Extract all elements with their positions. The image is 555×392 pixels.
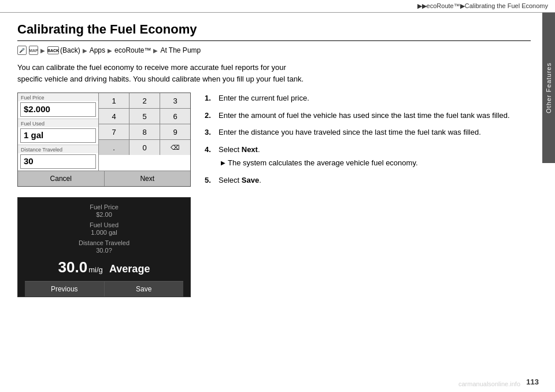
fuel-price-value[interactable]: $2.000 bbox=[20, 102, 96, 117]
result-main-value: 30.0 bbox=[58, 258, 88, 276]
breadcrumb-pump: At The Pump bbox=[160, 46, 201, 54]
distance-group: Distance Traveled 30 bbox=[18, 145, 98, 169]
two-column-layout: Fuel Price $2.000 Fuel Used 1 gal Distan… bbox=[17, 93, 531, 297]
header-title: ▶▶ecoRoute™▶Calibrating the Fuel Economy bbox=[417, 2, 548, 10]
main-content: Calibrating the Fuel Economy 🎤 MAP ▶ BAC… bbox=[0, 13, 542, 392]
arrow-4: ▶ bbox=[153, 47, 158, 54]
back-label: (Back) bbox=[60, 46, 80, 54]
page-title: Calibrating the Fuel Economy bbox=[17, 22, 531, 41]
sidebar-label: Other Features bbox=[545, 62, 552, 113]
numpad-key-4[interactable]: 4 bbox=[99, 109, 130, 124]
step-5-num: 5. bbox=[205, 175, 215, 186]
breadcrumb-apps: Apps bbox=[90, 46, 105, 54]
back-group: BACK (Back) bbox=[47, 46, 80, 54]
numpad-row-1: 1 2 3 bbox=[99, 93, 190, 109]
step-3-num: 3. bbox=[205, 127, 215, 138]
numpad-key-delete[interactable]: ⌫ bbox=[160, 140, 190, 155]
back-icon: BACK bbox=[47, 46, 59, 54]
arrow-2: ▶ bbox=[83, 47, 87, 54]
step-1-content: Enter the current fuel price. bbox=[219, 93, 531, 104]
step-3: 3. Enter the distance you have traveled … bbox=[205, 127, 531, 138]
fuel-used-value[interactable]: 1 gal bbox=[20, 128, 96, 143]
page-number: 113 bbox=[526, 378, 539, 386]
numpad-row-2: 4 5 6 bbox=[99, 109, 190, 124]
step-4-sub: ▶ The system calculates the average vehi… bbox=[221, 157, 531, 169]
header-bar: ▶▶ecoRoute™▶Calibrating the Fuel Economy bbox=[0, 0, 555, 13]
step-4-content: Select Next. ▶ The system calculates the… bbox=[219, 144, 531, 169]
result-unit: mi/g bbox=[88, 265, 103, 274]
breadcrumb-ecoroute: ecoRoute™ bbox=[114, 46, 151, 54]
numpad-key-3[interactable]: 3 bbox=[160, 93, 190, 108]
step-1: 1. Enter the current fuel price. bbox=[205, 93, 531, 104]
numpad: 1 2 3 4 5 6 7 8 9 bbox=[99, 93, 190, 171]
screen2-mockup: Fuel Price $2.00 Fuel Used 1.000 gal Dis… bbox=[17, 197, 191, 297]
result-fuel-used-label: Fuel Used bbox=[25, 221, 183, 228]
step-2: 2. Enter the amount of fuel the vehicle … bbox=[205, 110, 531, 121]
watermark: carmanualsonline.info bbox=[458, 380, 520, 387]
result-main: 30.0mi/g Average bbox=[25, 258, 183, 276]
fuel-used-group: Fuel Used 1 gal bbox=[18, 119, 98, 145]
previous-button[interactable]: Previous bbox=[25, 282, 105, 297]
map-icon: MAP bbox=[29, 46, 38, 55]
result-distance-label: Distance Traveled bbox=[25, 239, 183, 246]
mic-icon: 🎤 bbox=[17, 46, 27, 55]
cancel-button[interactable]: Cancel bbox=[18, 171, 105, 186]
step-2-num: 2. bbox=[205, 110, 215, 121]
numpad-key-5[interactable]: 5 bbox=[130, 109, 160, 124]
step-1-num: 1. bbox=[205, 93, 215, 104]
save-button[interactable]: Save bbox=[105, 282, 184, 297]
instructions-panel: 1. Enter the current fuel price. 2. Ente… bbox=[205, 93, 531, 191]
result-distance-value: 30.0? bbox=[25, 247, 183, 254]
numpad-key-0[interactable]: 0 bbox=[130, 140, 160, 155]
numpad-row-3: 7 8 9 bbox=[99, 124, 190, 140]
step-5-content: Select Save. bbox=[219, 175, 531, 186]
screen1-buttons: Cancel Next bbox=[18, 171, 190, 186]
screen2-buttons: Previous Save bbox=[25, 281, 183, 297]
step-2-content: Enter the amount of fuel the vehicle has… bbox=[219, 110, 531, 121]
numpad-key-dot[interactable]: . bbox=[99, 140, 130, 155]
step-4-num: 4. bbox=[205, 144, 215, 169]
numpad-key-9[interactable]: 9 bbox=[160, 124, 190, 139]
arrow-1: ▶ bbox=[40, 47, 45, 54]
numpad-key-6[interactable]: 6 bbox=[160, 109, 190, 124]
breadcrumb: 🎤 MAP ▶ BACK (Back) ▶ Apps ▶ ecoRoute™ ▶… bbox=[17, 46, 531, 55]
numpad-key-1[interactable]: 1 bbox=[99, 93, 130, 108]
numpad-key-7[interactable]: 7 bbox=[99, 124, 130, 139]
numpad-row-4: . 0 ⌫ bbox=[99, 140, 190, 155]
fuel-price-group: Fuel Price $2.000 bbox=[18, 93, 98, 119]
numpad-key-2[interactable]: 2 bbox=[130, 93, 160, 108]
distance-value[interactable]: 30 bbox=[20, 154, 96, 169]
arrow-3: ▶ bbox=[108, 47, 112, 54]
result-avg-label: Average bbox=[109, 263, 150, 275]
distance-label: Distance Traveled bbox=[18, 145, 98, 153]
right-sidebar-tab: Other Features bbox=[542, 13, 555, 163]
sub-arrow-icon: ▶ bbox=[221, 158, 225, 169]
input-grid: Fuel Price $2.000 Fuel Used 1 gal Distan… bbox=[18, 93, 190, 171]
fuel-used-label: Fuel Used bbox=[18, 119, 98, 127]
step-4-sub-text: The system calculates the average vehicl… bbox=[228, 157, 418, 169]
result-fuel-price-label: Fuel Price bbox=[25, 204, 183, 210]
left-side: Fuel Price $2.000 Fuel Used 1 gal Distan… bbox=[17, 93, 191, 297]
step-4: 4. Select Next. ▶ The system calculates … bbox=[205, 144, 531, 169]
result-fuel-price-value: $2.00 bbox=[25, 211, 183, 218]
screen1-mockup: Fuel Price $2.000 Fuel Used 1 gal Distan… bbox=[17, 93, 191, 187]
fuel-price-label: Fuel Price bbox=[18, 93, 98, 101]
result-fuel-used-value: 1.000 gal bbox=[25, 229, 183, 236]
description-text: You can calibrate the fuel economy to re… bbox=[17, 62, 306, 84]
numpad-key-8[interactable]: 8 bbox=[130, 124, 160, 139]
input-fields: Fuel Price $2.000 Fuel Used 1 gal Distan… bbox=[18, 93, 99, 171]
step-3-content: Enter the distance you have traveled sin… bbox=[219, 127, 531, 138]
instructions-list: 1. Enter the current fuel price. 2. Ente… bbox=[205, 93, 531, 186]
step-5: 5. Select Save. bbox=[205, 175, 531, 186]
next-button[interactable]: Next bbox=[105, 171, 191, 186]
